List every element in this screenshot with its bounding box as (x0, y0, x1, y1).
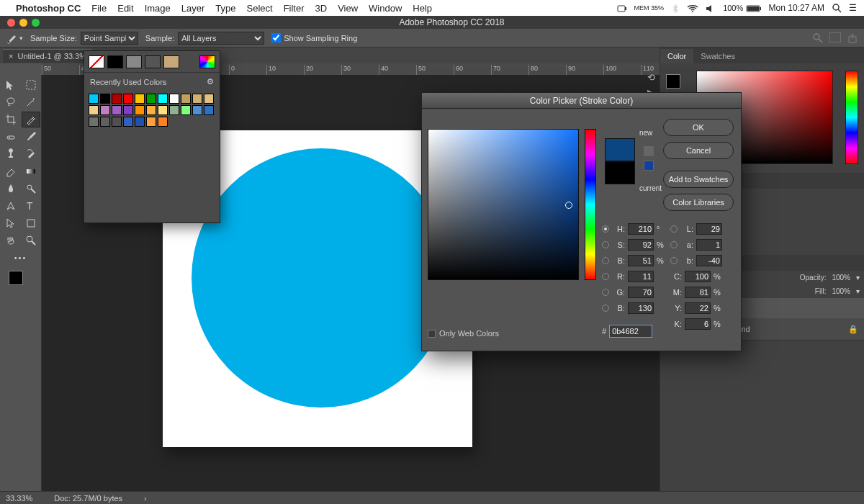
l-input[interactable] (696, 223, 722, 235)
gradient-tool[interactable] (22, 163, 40, 179)
type-tool[interactable]: T (22, 198, 40, 214)
cube-warning-icon[interactable] (644, 146, 654, 156)
swatch[interactable] (107, 55, 123, 68)
recent-color-cell[interactable] (89, 94, 99, 104)
l-radio[interactable] (670, 225, 678, 233)
history-brush-tool[interactable] (22, 146, 40, 162)
recent-color-cell[interactable] (89, 105, 99, 115)
tab-color[interactable]: Color (660, 49, 693, 63)
c-input[interactable] (685, 271, 711, 282)
g-radio[interactable] (602, 289, 609, 296)
web-only-checkbox[interactable] (428, 330, 436, 338)
recent-color-cell[interactable] (204, 105, 214, 115)
bluetooth-icon[interactable] (671, 3, 680, 13)
sample-size-select[interactable]: Point Sample (81, 32, 138, 45)
cancel-button[interactable]: Cancel (663, 142, 734, 159)
add-to-swatches-button[interactable]: Add to Swatches (663, 171, 734, 188)
tab-swatches[interactable]: Swatches (693, 49, 742, 63)
shape-tool[interactable] (22, 215, 40, 231)
eyedropper-tool[interactable] (22, 112, 40, 127)
menu-filter[interactable]: Filter (284, 3, 305, 14)
layout-icon[interactable] (829, 32, 841, 42)
swatch[interactable] (126, 55, 142, 68)
lab-b-input[interactable] (696, 255, 722, 266)
crop-tool[interactable] (1, 112, 20, 127)
a-radio[interactable] (670, 241, 678, 248)
layer-lock-icon[interactable]: 🔒 (848, 325, 858, 334)
zoom-tool[interactable] (22, 233, 40, 248)
color-libraries-button[interactable]: Color Libraries (663, 194, 734, 211)
pen-tool[interactable] (1, 198, 20, 214)
recent-color-cell[interactable] (158, 94, 168, 104)
recent-color-cell[interactable] (181, 94, 191, 104)
opacity-value[interactable]: 100% (832, 274, 850, 282)
more-tools-icon[interactable]: ••• (12, 250, 30, 266)
search-icon[interactable] (812, 32, 824, 44)
new-color-swatch[interactable] (605, 138, 635, 161)
recent-color-cell[interactable] (100, 94, 110, 104)
h-input[interactable] (628, 223, 654, 235)
current-color-swatch[interactable] (605, 161, 635, 184)
ok-button[interactable]: OK (663, 119, 734, 136)
recent-color-cell[interactable] (135, 117, 145, 127)
menu-extras-icon[interactable]: ☰ (849, 3, 857, 13)
document-tab[interactable]: × Untitled-1 @ 33.3% (3, 49, 92, 63)
no-color-swatch[interactable] (89, 55, 104, 68)
swatch[interactable] (163, 55, 179, 68)
menu-edit[interactable]: Edit (117, 3, 133, 14)
blur-tool[interactable] (1, 181, 20, 197)
dodge-tool[interactable] (22, 181, 40, 197)
recent-color-cell[interactable] (112, 94, 122, 104)
menu-image[interactable]: Image (145, 3, 171, 14)
window-zoom-button[interactable] (32, 19, 40, 27)
volume-icon[interactable] (706, 3, 716, 13)
recent-color-cell[interactable] (181, 105, 191, 115)
menu-type[interactable]: Type (215, 3, 235, 14)
show-sampling-ring-checkbox[interactable] (271, 33, 281, 42)
eraser-tool[interactable] (1, 163, 20, 179)
hue-slider[interactable] (845, 71, 858, 164)
s-input[interactable] (628, 239, 654, 251)
recent-color-cell[interactable] (146, 117, 156, 127)
status-arrow-icon[interactable]: › (144, 494, 147, 503)
spotlight-icon[interactable] (832, 3, 842, 14)
gear-icon[interactable]: ⚙ (207, 77, 214, 86)
b-input[interactable] (628, 255, 654, 266)
recent-color-cell[interactable] (192, 105, 202, 115)
r-radio[interactable] (602, 273, 609, 280)
hue-swatch[interactable] (199, 55, 215, 68)
swatch[interactable] (145, 55, 161, 68)
recent-color-cell[interactable] (158, 117, 168, 127)
recent-color-cell[interactable] (89, 117, 99, 127)
recent-color-cell[interactable] (158, 105, 168, 115)
history-step-icon[interactable]: ⟲ (647, 72, 655, 83)
recent-color-cell[interactable] (123, 94, 133, 104)
b-radio[interactable] (602, 257, 609, 264)
menu-file[interactable]: File (91, 3, 107, 14)
sample-select[interactable]: All Layers (178, 32, 264, 45)
hand-tool[interactable] (1, 233, 20, 248)
websafe-warning-icon[interactable] (644, 161, 654, 171)
tool-preset-icon[interactable]: ▾ (6, 32, 23, 44)
a-input[interactable] (696, 239, 722, 251)
menu-app[interactable]: Photoshop CC (16, 3, 81, 14)
magic-wand-tool[interactable] (22, 94, 40, 110)
menu-window[interactable]: Window (369, 3, 402, 14)
healing-tool[interactable] (1, 129, 20, 145)
g-input[interactable] (628, 287, 654, 298)
h-radio[interactable] (602, 225, 609, 233)
clock[interactable]: Mon 10:27 AM (769, 3, 824, 13)
recent-color-cell[interactable] (100, 105, 110, 115)
recent-color-cell[interactable] (100, 117, 110, 127)
saturation-value-field[interactable] (428, 129, 579, 280)
stamp-tool[interactable] (1, 146, 20, 162)
y-input[interactable] (685, 302, 711, 314)
zoom-level[interactable]: 33.33% (6, 494, 32, 503)
lasso-tool[interactable] (1, 94, 20, 110)
window-close-button[interactable] (7, 19, 15, 27)
r-input[interactable] (628, 271, 654, 282)
menu-3d[interactable]: 3D (315, 3, 328, 14)
share-icon[interactable] (847, 32, 858, 44)
hue-strip[interactable] (585, 129, 596, 280)
recent-color-cell[interactable] (135, 94, 145, 104)
